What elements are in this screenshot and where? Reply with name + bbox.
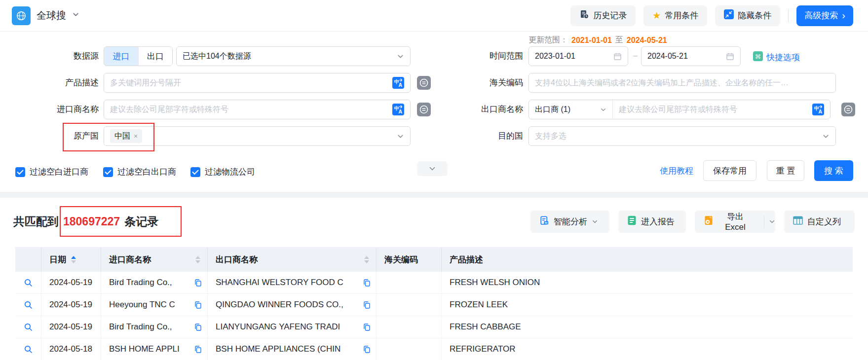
custom-columns-button[interactable]: 自定义列 — [784, 211, 855, 233]
quick-options-link[interactable]: ⌘ 快捷选项 — [753, 51, 800, 64]
copy-icon[interactable] — [363, 345, 371, 354]
cell-importer: Bird Trading Co., — [101, 316, 208, 338]
fuzzy-match-icon[interactable] — [417, 103, 431, 116]
origin-country-tag: 中国 × — [110, 129, 142, 143]
importer-label: 进口商名称 — [15, 100, 99, 119]
chevron-down-icon — [769, 218, 775, 225]
columns-icon — [793, 216, 803, 227]
divider — [764, 216, 764, 228]
search-icon — [24, 323, 33, 331]
row-detail-button[interactable] — [15, 338, 41, 360]
exporter-input[interactable] — [619, 105, 808, 114]
header-exporter: 出口商名称 — [208, 247, 377, 272]
chevron-down-icon[interactable] — [72, 11, 79, 20]
chevron-down-icon — [397, 133, 404, 140]
copy-icon[interactable] — [194, 345, 202, 354]
chevron-right-icon: › — [842, 10, 845, 20]
svg-text:⌘: ⌘ — [755, 53, 761, 60]
cell-hs-code — [377, 272, 442, 293]
filter-blank-importer-checkbox[interactable]: 过滤空白进口商 — [15, 166, 88, 178]
copy-icon[interactable] — [363, 279, 371, 287]
record-count: 180697227 — [63, 215, 120, 228]
tab-import[interactable]: 进口 — [104, 47, 138, 66]
command-icon: ⌘ — [753, 51, 763, 64]
row-detail-button[interactable] — [15, 294, 41, 316]
search-button[interactable]: 搜 索 — [814, 160, 853, 181]
save-conditions-button[interactable]: 保存常用 — [703, 160, 756, 181]
table-row: 2024-05-19 Bird Trading Co., LIANYUNGANG… — [15, 316, 853, 338]
row-detail-button[interactable] — [15, 316, 41, 338]
copy-icon[interactable] — [194, 301, 202, 309]
update-range-note: 更新范围： 2021-01-01 至 2024-05-21 — [528, 35, 667, 45]
sort-toggle[interactable] — [195, 256, 200, 263]
report-icon — [627, 216, 637, 228]
row-detail-button[interactable] — [15, 272, 41, 293]
hs-code-input[interactable] — [535, 78, 830, 87]
excel-dropdown-toggle[interactable] — [769, 218, 775, 225]
copy-icon[interactable] — [363, 301, 371, 309]
cell-date: 2024-05-19 — [41, 316, 101, 338]
cell-exporter: SHANGHAI WELSTORY FOOD C — [208, 272, 377, 293]
import-export-toggle: 进口 出口 — [104, 46, 173, 66]
translate-icon[interactable]: 中A — [392, 104, 404, 115]
sort-toggle[interactable] — [71, 256, 76, 263]
destination-select[interactable]: 支持多选 — [528, 126, 836, 146]
origin-country-select[interactable]: 中国 × — [104, 126, 411, 146]
collapse-panel-button[interactable] — [417, 161, 448, 176]
copy-icon[interactable] — [194, 279, 202, 287]
cell-importer: Heeyoung TNC C — [101, 294, 208, 316]
table-row: 2024-05-19 Heeyoung TNC C QINGDAO WINNER… — [15, 294, 853, 316]
export-excel-button[interactable]: 导出Excel — [695, 211, 775, 233]
cell-importer: BSH HOME APPLI — [101, 338, 208, 360]
favorites-button[interactable]: ★ 常用条件 — [643, 5, 707, 26]
sort-toggle[interactable] — [364, 256, 369, 263]
checkbox-checked-icon — [103, 167, 113, 177]
cell-hs-code — [377, 316, 442, 338]
tab-export[interactable]: 出口 — [138, 47, 172, 66]
history-icon — [579, 9, 589, 22]
calendar-icon[interactable] — [726, 52, 734, 61]
translate-icon[interactable]: 中A — [392, 77, 404, 89]
fuzzy-match-icon[interactable] — [841, 103, 855, 116]
fuzzy-match-icon[interactable] — [417, 76, 431, 90]
header-detail-col — [15, 247, 41, 272]
brand[interactable]: 全球搜 — [12, 6, 79, 25]
smart-analysis-button[interactable]: BI 智能分析 — [530, 211, 609, 233]
date-end-field — [641, 46, 741, 66]
app-title: 全球搜 — [37, 9, 66, 22]
update-range-end: 2024-05-21 — [627, 36, 667, 45]
hide-conditions-button[interactable]: 隐藏条件 — [715, 5, 780, 26]
date-start-field — [528, 46, 628, 66]
tag-close-icon[interactable]: × — [134, 132, 138, 140]
reset-button[interactable]: 重 置 — [767, 160, 804, 181]
tutorial-link[interactable]: 使用教程 — [660, 165, 693, 177]
filter-logistics-checkbox[interactable]: 过滤物流公司 — [190, 166, 255, 178]
cell-importer: Bird Trading Co., — [101, 272, 208, 293]
enter-report-button[interactable]: 进入报告 — [618, 211, 686, 233]
history-button[interactable]: 历史记录 — [570, 5, 636, 26]
svg-text:A: A — [399, 108, 403, 114]
date-start-input[interactable] — [535, 52, 613, 61]
globe-logo-icon — [12, 6, 31, 25]
calendar-icon[interactable] — [613, 52, 622, 61]
cell-product: FRESH WELSH ONION — [442, 272, 853, 293]
importer-input[interactable] — [110, 105, 388, 114]
search-icon — [24, 300, 33, 309]
header-product: 产品描述 — [442, 247, 853, 272]
filter-blank-exporter-checkbox[interactable]: 过滤空白出口商 — [103, 166, 176, 178]
advanced-search-button[interactable]: 高级搜索 › — [796, 5, 853, 26]
results-table: 日期 进口商名称 出口商名称 海关编码 产品描述 2024-05-19 Bird… — [15, 247, 853, 360]
cell-date: 2024-05-19 — [41, 272, 101, 293]
date-end-input[interactable] — [647, 52, 726, 61]
data-source-select[interactable]: 已选中104个数据源 — [176, 46, 411, 66]
update-range-start: 2021-01-01 — [571, 36, 612, 45]
chevron-down-icon — [592, 218, 598, 225]
svg-text:BI: BI — [545, 221, 548, 224]
cell-exporter: QINGDAO WINNER FOODS CO., — [208, 294, 377, 316]
exporter-type-select[interactable]: 出口商 (1) — [535, 100, 613, 119]
product-desc-label: 产品描述 — [15, 73, 99, 93]
product-desc-input[interactable] — [110, 78, 388, 87]
copy-icon[interactable] — [363, 323, 371, 331]
copy-icon[interactable] — [194, 323, 202, 331]
translate-icon[interactable]: 中A — [812, 104, 824, 115]
